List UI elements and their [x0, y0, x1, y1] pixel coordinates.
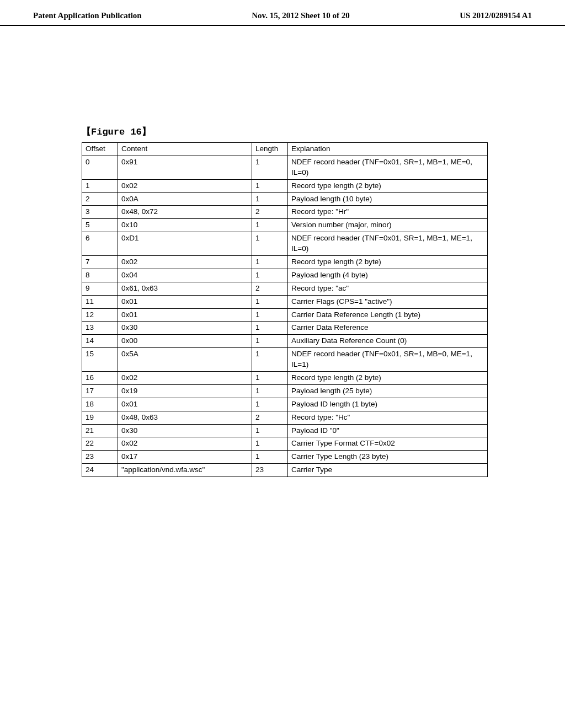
- cell-content: 0x5A: [118, 348, 252, 372]
- header-left: Patent Application Publication: [33, 11, 142, 20]
- cell-content: 0x02: [118, 179, 252, 192]
- col-header-content: Content: [118, 143, 252, 156]
- cell-content: 0x30: [118, 424, 252, 437]
- cell-explanation: Record type: "ac": [288, 282, 488, 295]
- table-row: 50x101Version number (major, minor): [82, 219, 488, 232]
- cell-offset: 16: [82, 372, 118, 385]
- cell-length: 23: [252, 464, 288, 477]
- cell-length: 2: [252, 282, 288, 295]
- cell-content: 0x00: [118, 335, 252, 348]
- cell-length: 1: [252, 269, 288, 282]
- cell-explanation: Carrier Data Reference: [288, 322, 488, 335]
- cell-explanation: Payload length (10 byte): [288, 192, 488, 206]
- cell-offset: 19: [82, 411, 118, 424]
- cell-explanation: NDEF record header (TNF=0x01, SR=1, MB=0…: [288, 348, 488, 372]
- cell-explanation: Payload length (25 byte): [288, 384, 488, 398]
- cell-explanation: Record type length (2 byte): [288, 256, 488, 269]
- header-center: Nov. 15, 2012 Sheet 10 of 20: [252, 11, 350, 20]
- table-row: 30x48, 0x722Record type: "Hr": [82, 206, 488, 219]
- cell-length: 1: [252, 322, 288, 335]
- cell-explanation: Carrier Flags (CPS=1 "active"): [288, 295, 488, 308]
- cell-offset: 18: [82, 398, 118, 411]
- cell-content: 0x30: [118, 322, 252, 335]
- table-row: 210x301Payload ID "0": [82, 424, 488, 437]
- cell-offset: 11: [82, 295, 118, 308]
- cell-length: 1: [252, 256, 288, 269]
- cell-explanation: Record type: "Hc": [288, 411, 488, 424]
- cell-offset: 17: [82, 384, 118, 398]
- table-row: 170x191Payload length (25 byte): [82, 384, 488, 398]
- cell-content: 0x01: [118, 398, 252, 411]
- cell-offset: 2: [82, 192, 118, 206]
- data-table: Offset Content Length Explanation 00x911…: [82, 142, 488, 477]
- table-row: 10x021Record type length (2 byte): [82, 179, 488, 192]
- cell-explanation: Carrier Type Format CTF=0x02: [288, 437, 488, 451]
- cell-explanation: Record type length (2 byte): [288, 372, 488, 385]
- col-header-explanation: Explanation: [288, 143, 488, 156]
- col-header-offset: Offset: [82, 143, 118, 156]
- cell-offset: 6: [82, 232, 118, 256]
- table-row: 220x021Carrier Type Format CTF=0x02: [82, 437, 488, 451]
- cell-offset: 14: [82, 335, 118, 348]
- table-row: 180x011Payload ID length (1 byte): [82, 398, 488, 411]
- table-row: 90x61, 0x632Record type: "ac": [82, 282, 488, 295]
- cell-offset: 21: [82, 424, 118, 437]
- col-header-length: Length: [252, 143, 288, 156]
- cell-content: 0x0A: [118, 192, 252, 206]
- table-row: 110x011Carrier Flags (CPS=1 "active"): [82, 295, 488, 308]
- table-row: 80x041Payload length (4 byte): [82, 269, 488, 282]
- cell-length: 1: [252, 219, 288, 232]
- cell-offset: 3: [82, 206, 118, 219]
- cell-length: 1: [252, 156, 288, 179]
- figure-block: 【Figure 16】 Offset Content Length Explan…: [0, 125, 565, 477]
- cell-content: 0x19: [118, 384, 252, 398]
- cell-content: 0x02: [118, 256, 252, 269]
- table-row: 120x011Carrier Data Reference Length (1 …: [82, 308, 488, 322]
- cell-length: 1: [252, 424, 288, 437]
- table-header-row: Offset Content Length Explanation: [82, 143, 488, 156]
- cell-offset: 23: [82, 451, 118, 464]
- cell-offset: 1: [82, 179, 118, 192]
- cell-length: 1: [252, 232, 288, 256]
- table-row: 140x001Auxiliary Data Reference Count (0…: [82, 335, 488, 348]
- cell-length: 1: [252, 372, 288, 385]
- cell-explanation: Payload length (4 byte): [288, 269, 488, 282]
- cell-content: 0x48, 0x63: [118, 411, 252, 424]
- cell-offset: 5: [82, 219, 118, 232]
- cell-explanation: Carrier Data Reference Length (1 byte): [288, 308, 488, 322]
- cell-explanation: Auxiliary Data Reference Count (0): [288, 335, 488, 348]
- cell-length: 1: [252, 308, 288, 322]
- cell-explanation: Payload ID length (1 byte): [288, 398, 488, 411]
- cell-content: 0x02: [118, 437, 252, 451]
- header-right: US 2012/0289154 A1: [460, 11, 532, 20]
- cell-offset: 12: [82, 308, 118, 322]
- table-row: 150x5A1NDEF record header (TNF=0x01, SR=…: [82, 348, 488, 372]
- cell-offset: 22: [82, 437, 118, 451]
- cell-length: 1: [252, 348, 288, 372]
- cell-offset: 24: [82, 464, 118, 477]
- cell-content: 0x48, 0x72: [118, 206, 252, 219]
- cell-content: 0x01: [118, 308, 252, 322]
- cell-explanation: Record type length (2 byte): [288, 179, 488, 192]
- table-row: 230x171Carrier Type Length (23 byte): [82, 451, 488, 464]
- cell-length: 1: [252, 335, 288, 348]
- cell-offset: 8: [82, 269, 118, 282]
- cell-explanation: Payload ID "0": [288, 424, 488, 437]
- cell-length: 1: [252, 179, 288, 192]
- cell-offset: 0: [82, 156, 118, 179]
- cell-length: 1: [252, 398, 288, 411]
- cell-offset: 15: [82, 348, 118, 372]
- cell-content: 0x10: [118, 219, 252, 232]
- table-row: 160x021Record type length (2 byte): [82, 372, 488, 385]
- cell-explanation: NDEF record header (TNF=0x01, SR=1, MB=1…: [288, 232, 488, 256]
- cell-length: 1: [252, 437, 288, 451]
- cell-length: 2: [252, 206, 288, 219]
- table-row: 70x021Record type length (2 byte): [82, 256, 488, 269]
- cell-offset: 9: [82, 282, 118, 295]
- cell-length: 1: [252, 451, 288, 464]
- cell-explanation: Record type: "Hr": [288, 206, 488, 219]
- cell-length: 2: [252, 411, 288, 424]
- cell-content: 0x01: [118, 295, 252, 308]
- page-header: Patent Application Publication Nov. 15, …: [0, 0, 565, 26]
- table-row: 20x0A1Payload length (10 byte): [82, 192, 488, 206]
